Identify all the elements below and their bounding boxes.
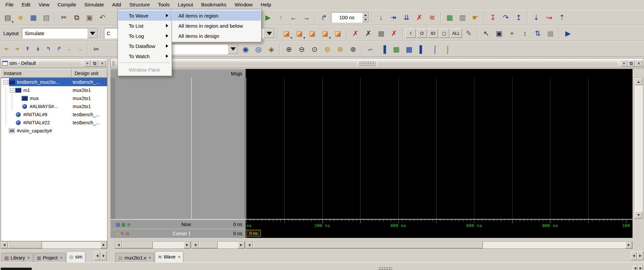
copy-button[interactable]: ⧉ bbox=[71, 11, 83, 24]
scroll-left-button[interactable] bbox=[246, 242, 253, 248]
next-falling-edge-button[interactable]: ↱ bbox=[54, 44, 64, 54]
tree-row[interactable]: −m1mux2to1 bbox=[1, 86, 107, 94]
virtual-signal-button[interactable]: ⌡ bbox=[442, 43, 454, 55]
select-mode-button[interactable]: ↖ bbox=[480, 27, 492, 40]
continue-run-button[interactable]: ↠ bbox=[388, 11, 400, 24]
cursor-track[interactable]: 0 ns bbox=[246, 229, 633, 238]
tree-row[interactable]: −testbench_mux2to...testbench_... bbox=[1, 78, 107, 86]
menu-item-all-items-in-region[interactable]: All items in region bbox=[172, 10, 261, 21]
new-file-button[interactable]: ▤▾ bbox=[2, 11, 14, 24]
step-into-current-button[interactable]: ⇣ bbox=[530, 11, 542, 24]
run-button[interactable]: ↓ bbox=[375, 11, 387, 24]
sim-horizontal-scrollbar[interactable] bbox=[1, 241, 107, 249]
menu-window[interactable]: Window bbox=[230, 0, 256, 9]
tab-wave[interactable]: ≋Wave× bbox=[155, 251, 183, 262]
remove-selected-button[interactable]: ✗ bbox=[349, 27, 362, 40]
add-pane-button[interactable]: ⌐ bbox=[365, 43, 377, 55]
add-to-wave-button[interactable]: ◪▾ bbox=[280, 27, 293, 40]
column-header-design-unit[interactable]: Design unit bbox=[72, 69, 107, 78]
tab-library[interactable]: ▤Library× bbox=[1, 253, 33, 262]
tree-row[interactable]: #INITIAL#22testbench_... bbox=[1, 119, 107, 127]
menu-item-to-watch[interactable]: To Watch bbox=[118, 51, 171, 61]
scroll-left-button[interactable] bbox=[192, 242, 199, 248]
find-options-button[interactable]: ◈ bbox=[265, 43, 277, 55]
menu-item-to-log[interactable]: To Log bbox=[118, 31, 171, 41]
menu-structure[interactable]: Structure bbox=[125, 0, 154, 9]
menu-tools[interactable]: Tools bbox=[154, 0, 174, 9]
add-to-dataflow-button[interactable]: ◪▾ bbox=[319, 27, 331, 40]
layout-combo-arrow[interactable] bbox=[87, 28, 98, 38]
find-next-button[interactable]: ◎ bbox=[252, 43, 265, 55]
prev-falling-edge-button[interactable]: ↰ bbox=[44, 44, 53, 54]
scroll-right-button[interactable] bbox=[638, 266, 643, 270]
expand-time-icon[interactable]: ▦ bbox=[121, 222, 125, 227]
examine-button[interactable]: ☛ bbox=[469, 11, 481, 24]
scroll-left-button[interactable] bbox=[115, 242, 122, 248]
tree-expander[interactable]: − bbox=[3, 80, 8, 84]
wave-cursor-line[interactable] bbox=[246, 78, 247, 219]
zoom-cursor-button[interactable]: ⊚ bbox=[321, 43, 333, 55]
timeline-scrollbar[interactable] bbox=[246, 241, 633, 249]
tab-scroll-right-button[interactable] bbox=[637, 251, 643, 260]
column-layout-combo-arrow[interactable] bbox=[264, 28, 274, 38]
menu-view[interactable]: View bbox=[34, 0, 53, 9]
filter-in-button[interactable]: I bbox=[405, 29, 416, 38]
menu-item-window-pane[interactable]: Window Pane bbox=[118, 65, 171, 75]
filter-internal-button[interactable]: ▢ bbox=[439, 29, 449, 38]
add-button[interactable]: + bbox=[620, 60, 627, 67]
zoom-in-button[interactable]: ⊕ bbox=[283, 43, 295, 55]
tree-expander[interactable]: − bbox=[10, 88, 14, 93]
step-into-button[interactable]: ↧ bbox=[487, 11, 499, 24]
tree-row[interactable]: muxmux2to1 bbox=[1, 94, 107, 102]
print-button[interactable]: ▤ bbox=[40, 11, 52, 24]
find-combo[interactable] bbox=[161, 44, 239, 54]
wave-names-column[interactable] bbox=[115, 78, 191, 219]
menu-edit[interactable]: Edit bbox=[18, 0, 34, 9]
zoom-range-button[interactable]: ⊛ bbox=[334, 43, 346, 55]
edit-cursor-icon[interactable]: ✎ bbox=[121, 231, 124, 236]
column-header-instance[interactable]: Instance bbox=[1, 69, 72, 78]
cursor-left-button[interactable]: ← bbox=[65, 44, 74, 54]
close-button[interactable]: × bbox=[99, 60, 106, 67]
run-length-field[interactable]: 100 ns bbox=[331, 12, 369, 23]
wave-canvas[interactable] bbox=[246, 78, 633, 219]
close-tab-icon[interactable]: × bbox=[149, 255, 151, 260]
remove-pane-button[interactable]: ▐ bbox=[377, 43, 390, 55]
break-button[interactable]: ✗ bbox=[413, 11, 425, 24]
next-rising-edge-button[interactable]: ↡ bbox=[33, 44, 43, 54]
remove-all-button[interactable]: ✗ bbox=[362, 27, 374, 40]
titlebar-drag-dots[interactable] bbox=[359, 61, 375, 66]
tab-scroll-right-button[interactable] bbox=[101, 251, 107, 260]
menu-item-all-items-in-region-and-below[interactable]: All items in region and below bbox=[172, 21, 261, 31]
refresh-display-button[interactable]: ✎ bbox=[463, 27, 475, 40]
menu-item-to-list[interactable]: To List bbox=[118, 21, 171, 31]
undo-button[interactable]: ↶ bbox=[96, 11, 108, 24]
menu-bookmarks[interactable]: Bookmarks bbox=[197, 0, 230, 9]
add-to-list-button[interactable]: ◪▾ bbox=[293, 27, 305, 40]
stretch-time-button[interactable]: ↕ bbox=[519, 27, 531, 40]
add-to-watch-button[interactable]: ◪ bbox=[332, 27, 344, 40]
cursor-label[interactable]: Cursor 1 bbox=[148, 231, 191, 236]
wave-vertical-scrollbar[interactable] bbox=[634, 78, 643, 219]
scrollbar-thumb[interactable] bbox=[253, 242, 483, 248]
prev-rising-edge-button[interactable]: ↟ bbox=[23, 44, 32, 54]
filter-inout-button[interactable]: IO bbox=[428, 29, 438, 38]
step-over-current-button[interactable]: ↝ bbox=[543, 11, 555, 24]
scroll-left-button[interactable] bbox=[1, 242, 8, 248]
lock-cursor-icon[interactable]: ◆ bbox=[116, 231, 119, 236]
zoom-full-button[interactable]: ⊙ bbox=[308, 43, 321, 55]
scroll-right-button[interactable] bbox=[184, 242, 191, 248]
timeline-ruler[interactable]: ns200 ns400 ns600 ns800 ns100 bbox=[246, 220, 633, 229]
pan-mode-button[interactable]: + bbox=[506, 27, 518, 40]
filter-out-button[interactable]: O bbox=[417, 29, 427, 38]
compress-time-button[interactable]: ⇅ bbox=[531, 27, 544, 40]
values-scrollbar[interactable] bbox=[192, 241, 245, 249]
expand-all-button[interactable]: ▦ bbox=[390, 43, 402, 55]
new-divider-button[interactable]: ⌠ bbox=[429, 43, 441, 55]
menu-file[interactable]: File bbox=[1, 0, 18, 9]
close-tab-icon[interactable]: × bbox=[60, 255, 63, 260]
dataflow-window-button[interactable]: ▦ bbox=[444, 11, 456, 24]
expand-process-button[interactable]: ▶ bbox=[562, 27, 574, 40]
sim-panel-titlebar[interactable]: sim - Default +⧉× bbox=[1, 58, 107, 68]
tab-scroll-left-button[interactable] bbox=[631, 251, 637, 260]
